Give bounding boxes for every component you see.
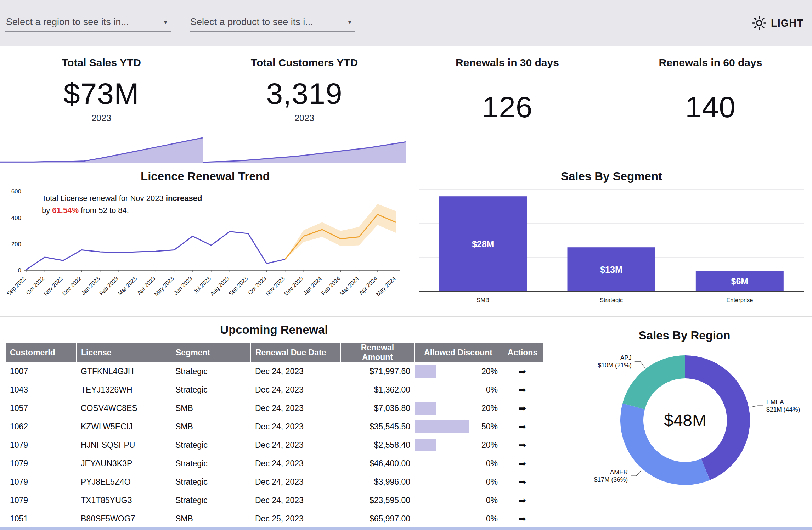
- discount-bar: [415, 365, 436, 378]
- svg-text:Nov 2022: Nov 2022: [43, 275, 64, 297]
- svg-text:600: 600: [11, 188, 21, 195]
- cell-license: HJNFSQSFPU: [77, 436, 171, 454]
- table-header-row: CustomerIdLicenseSegmentRenewal Due Date…: [6, 343, 543, 362]
- svg-text:Feb 2024: Feb 2024: [320, 275, 342, 297]
- bar-value-label: $6M: [731, 276, 749, 286]
- theme-toggle[interactable]: LIGHT: [752, 16, 803, 30]
- kpi-card-total-customers: Total Customers YTD 3,319 2023: [203, 46, 406, 163]
- cell-customer-id: 1079: [6, 491, 77, 509]
- cell-segment: Strategic: [171, 380, 251, 399]
- table-row: 1051B80SF5WOG7SMBDec 25, 2023$65,997.000…: [6, 509, 543, 527]
- discount-bar: [415, 420, 469, 433]
- svg-text:Jan 2024: Jan 2024: [302, 275, 323, 296]
- cell-customer-id: 1057: [6, 399, 77, 417]
- kpi-title: Total Sales YTD: [62, 57, 141, 69]
- cell-allowed-discount: 0%: [415, 380, 502, 399]
- forecast-band: [285, 204, 396, 259]
- cell-license: GTFKNL4GJH: [77, 362, 171, 380]
- action-arrow-button[interactable]: ➡: [519, 403, 526, 413]
- cell-segment: Strategic: [171, 436, 251, 454]
- cell-actions: ➡: [502, 491, 543, 509]
- svg-text:Sep 2023: Sep 2023: [227, 275, 249, 297]
- cell-actions: ➡: [502, 417, 543, 436]
- column-header-actions: Actions: [502, 343, 543, 362]
- svg-text:Jan 2023: Jan 2023: [80, 275, 101, 296]
- table-row: 1057COSV4WC8ESSMBDec 24, 2023$7,036.8020…: [6, 399, 543, 417]
- topbar: Select a region to see its in... ▼ Selec…: [0, 0, 812, 46]
- customers-sparkline-chart: [203, 129, 406, 163]
- cell-due-date: Dec 24, 2023: [251, 491, 340, 509]
- donut-callout-apj: APJ$10M (21%): [598, 354, 631, 369]
- action-arrow-button[interactable]: ➡: [519, 366, 526, 376]
- licence-renewal-trend-panel: Licence Renewal Trend Total License rene…: [0, 163, 411, 316]
- cell-license: COSV4WC8ES: [77, 399, 171, 417]
- donut-callout-amer: AMER$17M (36%): [594, 469, 628, 483]
- svg-text:Sep 2022: Sep 2022: [6, 275, 27, 297]
- cell-segment: SMB: [171, 509, 251, 527]
- cell-renewal-amount: $46,400.00: [340, 454, 415, 473]
- cell-due-date: Dec 24, 2023: [251, 473, 340, 491]
- region-select[interactable]: Select a region to see its in... ▼: [5, 15, 171, 32]
- kpi-value: $73M: [63, 77, 139, 111]
- svg-text:Nov 2023: Nov 2023: [264, 275, 286, 297]
- segment-title: Sales By Segment: [411, 170, 812, 183]
- bar-category-label: SMB: [477, 297, 489, 303]
- cell-renewal-amount: $23,595.00: [340, 491, 415, 509]
- cell-allowed-discount: 20%: [415, 362, 502, 380]
- action-arrow-button[interactable]: ➡: [519, 514, 526, 524]
- horizontal-scrollbar[interactable]: [0, 527, 812, 530]
- cell-due-date: Dec 24, 2023: [251, 362, 340, 380]
- action-arrow-button[interactable]: ➡: [519, 477, 526, 487]
- table-row: 1079PYJ8EL5Z4OStrategicDec 24, 2023$3,99…: [6, 473, 543, 491]
- table-row: 1043TEYJ1326WHStrategicDec 24, 2023$1,36…: [6, 380, 543, 399]
- product-select[interactable]: Select a product to see its i... ▼: [190, 15, 355, 32]
- light-mode-sun-icon: [752, 16, 767, 30]
- cell-license: TX1T85YUG3: [77, 491, 171, 509]
- donut-slice-apj: [622, 355, 685, 409]
- series-actual: [26, 232, 285, 270]
- bottom-row: Upcoming Renewal CustomerIdLicenseSegmen…: [0, 317, 812, 527]
- action-arrow-button[interactable]: ➡: [519, 440, 526, 450]
- kpi-subtitle: 2023: [91, 113, 111, 123]
- trend-title: Licence Renewal Trend: [0, 170, 411, 183]
- cell-license: PYJ8EL5Z4O: [77, 473, 171, 491]
- action-arrow-button[interactable]: ➡: [519, 422, 526, 432]
- column-header-customerid: CustomerId: [6, 343, 77, 362]
- cell-renewal-amount: $65,997.00: [340, 509, 415, 527]
- bar-value-label: $13M: [600, 265, 622, 275]
- cell-license: KZWLW5ECIJ: [77, 417, 171, 436]
- table-row: 1007GTFKNL4GJHStrategicDec 24, 2023$71,9…: [6, 362, 543, 380]
- column-header-renewal-amount: Renewal Amount: [340, 343, 415, 362]
- table-title: Upcoming Renewal: [6, 323, 542, 337]
- cell-actions: ➡: [502, 436, 543, 454]
- trend-annotation-percent: 61.54%: [52, 206, 79, 215]
- cell-due-date: Dec 25, 2023: [251, 509, 340, 527]
- action-arrow-button[interactable]: ➡: [519, 495, 526, 505]
- cell-segment: Strategic: [171, 362, 251, 380]
- cell-allowed-discount: 0%: [415, 509, 502, 527]
- upcoming-renewal-table: CustomerIdLicenseSegmentRenewal Due Date…: [6, 343, 543, 527]
- kpi-title: Total Customers YTD: [251, 57, 358, 69]
- donut-callout-emea: EMEA$21M (44%): [766, 399, 800, 413]
- svg-text:Mar 2023: Mar 2023: [117, 275, 138, 297]
- svg-text:Mar 2024: Mar 2024: [339, 275, 360, 297]
- product-select-placeholder: Select a product to see its i...: [190, 17, 313, 28]
- cell-allowed-discount: 0%: [415, 491, 502, 509]
- chevron-down-icon: ▼: [347, 19, 353, 26]
- kpi-card-total-sales: Total Sales YTD $73M 2023: [0, 46, 203, 163]
- column-header-license: License: [77, 343, 171, 362]
- column-header-segment: Segment: [171, 343, 251, 362]
- cell-renewal-amount: $1,362.00: [340, 380, 415, 399]
- action-arrow-button[interactable]: ➡: [519, 458, 526, 468]
- action-arrow-button[interactable]: ➡: [519, 385, 526, 395]
- bar-value-label: $28M: [472, 239, 494, 249]
- cell-actions: ➡: [502, 362, 543, 380]
- cell-customer-id: 1079: [6, 454, 77, 473]
- cell-customer-id: 1062: [6, 417, 77, 436]
- cell-actions: ➡: [502, 454, 543, 473]
- svg-text:Dec 2023: Dec 2023: [283, 275, 305, 297]
- svg-text:May 2023: May 2023: [153, 275, 175, 297]
- cell-due-date: Dec 24, 2023: [251, 380, 340, 399]
- bar-category-label: Enterprise: [726, 297, 753, 303]
- cell-customer-id: 1051: [6, 509, 77, 527]
